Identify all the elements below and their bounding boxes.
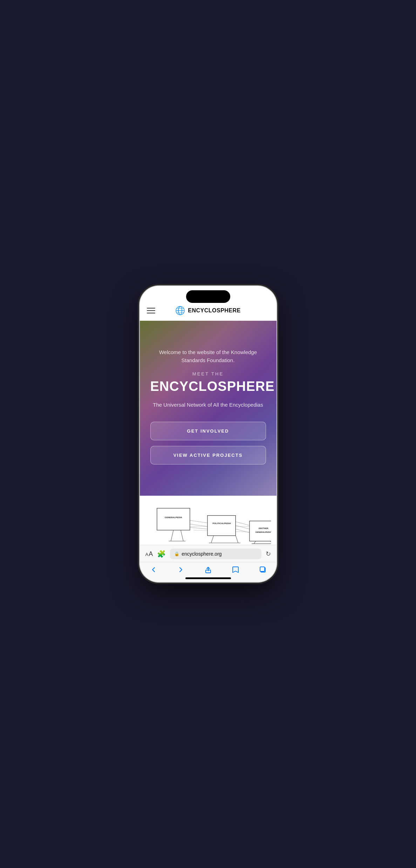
hero-main-title: ENCYCLOSPHERE	[150, 379, 266, 394]
diagram-section: GENERALPEDIA POLITICALPEDIA ANOTHER GENE…	[140, 496, 277, 545]
bookmarks-icon	[232, 566, 239, 574]
svg-text:ANOTHER: ANOTHER	[258, 527, 268, 529]
forward-icon	[177, 566, 185, 574]
hero-subtitle: The Universal Network of All the Encyclo…	[150, 401, 266, 409]
share-button[interactable]	[199, 566, 218, 574]
svg-line-19	[254, 541, 255, 544]
reload-button[interactable]: ↻	[266, 550, 271, 558]
bookmarks-button[interactable]	[226, 566, 245, 574]
svg-line-16	[211, 536, 213, 543]
hero-welcome-text: Welcome to the website of the Knowledge …	[150, 348, 266, 364]
encyclopedia-diagram: GENERALPEDIA POLITICALPEDIA ANOTHER GENE…	[145, 503, 271, 545]
browser-bar: A A 🧩 🔒 encyclosphere.org ↻	[140, 545, 277, 562]
back-button[interactable]	[144, 566, 163, 574]
svg-line-20	[270, 541, 271, 544]
home-indicator	[185, 577, 231, 579]
tabs-icon	[259, 566, 267, 574]
tabs-button[interactable]	[253, 566, 272, 574]
hero-section: Welcome to the website of the Knowledge …	[140, 321, 277, 496]
large-a-label[interactable]: A	[149, 550, 153, 558]
back-icon	[150, 566, 157, 574]
svg-rect-31	[260, 567, 265, 571]
globe-icon	[175, 306, 185, 316]
svg-line-9	[236, 525, 250, 529]
nav-title: ENCYCLOSPHERE	[188, 307, 241, 314]
small-a-label[interactable]: A	[145, 552, 149, 557]
menu-button[interactable]	[147, 308, 155, 313]
svg-rect-24	[207, 516, 235, 536]
phone-frame: ENCYCLOSPHERE Welcome to the website of …	[140, 286, 277, 582]
svg-text:POLITICALPEDIA: POLITICALPEDIA	[212, 522, 231, 524]
logo-area[interactable]: ENCYCLOSPHERE	[175, 306, 241, 316]
share-icon	[204, 566, 212, 574]
svg-line-10	[236, 529, 250, 533]
svg-text:GENERALPEDIA: GENERALPEDIA	[255, 531, 271, 533]
get-involved-button[interactable]: GET INVOLVED	[150, 422, 266, 440]
svg-line-17	[236, 536, 238, 543]
extensions-icon[interactable]: 🧩	[157, 550, 166, 558]
view-projects-button[interactable]: VIEW ACTIVE PROJECTS	[150, 446, 266, 464]
url-text: encyclosphere.org	[182, 551, 221, 557]
url-bar[interactable]: 🔒 encyclosphere.org	[170, 549, 261, 559]
hero-content: Welcome to the website of the Knowledge …	[150, 348, 266, 464]
text-size-control[interactable]: A A	[145, 550, 153, 558]
phone-inner: ENCYCLOSPHERE Welcome to the website of …	[140, 286, 277, 582]
forward-button[interactable]	[171, 566, 190, 574]
lock-icon: 🔒	[174, 551, 179, 556]
svg-line-8	[236, 522, 250, 525]
svg-rect-22	[157, 508, 190, 530]
svg-line-14	[180, 530, 183, 541]
svg-line-13	[171, 530, 173, 541]
svg-text:GENERALPEDIA: GENERALPEDIA	[165, 516, 182, 518]
hero-meet-label: MEET THE	[150, 371, 266, 377]
phone-notch	[186, 290, 230, 303]
